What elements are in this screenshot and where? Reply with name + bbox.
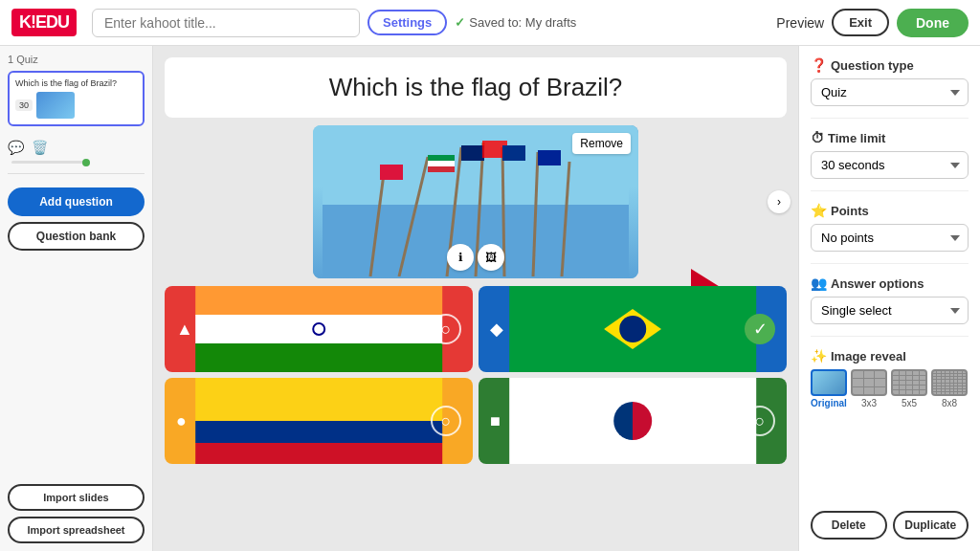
- header-right: Preview Exit Done: [776, 9, 969, 37]
- expand-button[interactable]: ›: [768, 190, 791, 213]
- ir-thumb-3x3: [851, 369, 887, 396]
- answer-cell-3[interactable]: ● ○: [165, 378, 473, 464]
- import-spreadsheet-button[interactable]: Import spreadsheet: [8, 517, 145, 543]
- right-panel: ❓ Question type Quiz ⏱ Time limit 30 sec…: [798, 46, 980, 551]
- ir-option-8x8[interactable]: 8x8: [931, 369, 968, 408]
- question-type-section: ❓ Question type Quiz: [811, 57, 969, 106]
- sidebar-slider[interactable]: [11, 161, 88, 164]
- image-icon-button[interactable]: 🖼: [478, 244, 504, 271]
- saved-text: Saved to: My drafts: [469, 15, 576, 30]
- answer-shape-square: ■: [490, 411, 501, 431]
- clock-icon: ⏱: [811, 130, 824, 145]
- svg-rect-13: [461, 145, 484, 161]
- time-limit-wrapper: 30 seconds: [811, 151, 969, 179]
- quiz-card[interactable]: Which is the flag of Brazil? 30: [8, 71, 145, 126]
- answer-options-title: 👥 Answer options: [811, 276, 969, 291]
- ir-thumb-5x5: [891, 369, 927, 396]
- remove-button[interactable]: Remove: [572, 133, 631, 154]
- content-area: Which is the flag of Brazil?: [153, 46, 798, 551]
- settings-button[interactable]: Settings: [368, 10, 447, 35]
- comment-icon[interactable]: 💬: [8, 140, 24, 155]
- quiz-card-title: Which is the flag of Brazil?: [15, 78, 137, 88]
- sidebar-bottom: Import slides Import spreadsheet: [8, 476, 145, 543]
- question-type-select[interactable]: Quiz: [811, 78, 969, 106]
- answers-grid: ▲ ○ ◆ ✓: [165, 286, 787, 464]
- sidebar-icons: 💬 🗑️: [8, 138, 145, 157]
- question-bank-button[interactable]: Question bank: [8, 222, 145, 251]
- question-type-title: ❓ Question type: [811, 57, 969, 73]
- divider-3: [811, 263, 969, 264]
- time-limit-select[interactable]: 30 seconds: [811, 151, 969, 179]
- points-title: ⭐ Points: [811, 203, 969, 218]
- answer-options-select[interactable]: Single select: [811, 297, 969, 324]
- done-button[interactable]: Done: [897, 9, 969, 37]
- main-layout: 1 Quiz Which is the flag of Brazil? 30 💬…: [0, 46, 980, 551]
- media-icon-bar: ℹ 🖼: [447, 244, 504, 271]
- question-type-icon: ❓: [811, 57, 827, 73]
- answer-shape-diamond: ◆: [490, 319, 503, 340]
- divider-4: [811, 336, 969, 337]
- answer-cell-2[interactable]: ◆ ✓: [479, 286, 787, 372]
- answer-options-label: Answer options: [831, 276, 924, 291]
- answer-check-1: ○: [431, 314, 461, 344]
- image-reveal-icon: ✨: [811, 348, 827, 364]
- svg-rect-15: [502, 145, 525, 161]
- exit-button[interactable]: Exit: [832, 9, 889, 36]
- info-icon-button[interactable]: ℹ: [447, 244, 474, 271]
- answer-shape-circle: ●: [176, 411, 187, 431]
- slider-dot: [82, 159, 90, 166]
- add-question-button[interactable]: Add question: [8, 187, 145, 216]
- points-section: ⭐ Points No points: [811, 203, 969, 252]
- points-select[interactable]: No points: [811, 224, 969, 252]
- header: K!EDU Settings ✓ Saved to: My drafts Pre…: [0, 0, 980, 46]
- answer-options-wrapper: Single select: [811, 297, 969, 324]
- divider-2: [811, 190, 969, 191]
- answer-check-2-correct: ✓: [745, 314, 775, 344]
- time-limit-label: Time limit: [828, 131, 885, 145]
- answer-check-3: ○: [431, 406, 461, 436]
- image-reveal-title: ✨ Image reveal: [811, 348, 969, 364]
- image-reveal-section: ✨ Image reveal Original 3x3: [811, 348, 969, 408]
- ir-label-8x8: 8x8: [942, 398, 957, 408]
- ir-thumb-8x8: [931, 369, 968, 396]
- points-label: Points: [831, 204, 869, 218]
- flag-colombia: [195, 378, 442, 464]
- star-icon: ⭐: [811, 203, 827, 218]
- answer-shape-triangle: ▲: [176, 320, 193, 340]
- answer-options-icon: 👥: [811, 276, 827, 291]
- saved-status: ✓ Saved to: My drafts: [455, 15, 576, 30]
- svg-rect-16: [380, 165, 403, 180]
- svg-rect-12: [428, 166, 455, 172]
- svg-rect-11: [428, 161, 455, 166]
- import-slides-button[interactable]: Import slides: [8, 484, 145, 511]
- check-icon: ✓: [455, 15, 465, 30]
- divider-1: [811, 118, 969, 119]
- delete-button[interactable]: Delete: [811, 511, 887, 540]
- answer-check-4: ○: [745, 406, 775, 436]
- flag-brazil: [509, 286, 756, 372]
- preview-button[interactable]: Preview: [776, 15, 824, 31]
- answer-cell-4[interactable]: ■ ○: [479, 378, 787, 464]
- flag-india: [195, 286, 442, 372]
- ir-label-3x3: 3x3: [861, 398, 877, 408]
- time-limit-section: ⏱ Time limit 30 seconds: [811, 130, 969, 179]
- question-title[interactable]: Which is the flag of Brazil?: [165, 57, 787, 118]
- ir-thumb-original: [811, 369, 847, 396]
- media-image: Remove ℹ 🖼: [313, 125, 638, 278]
- ir-option-original[interactable]: Original: [811, 369, 847, 408]
- title-input[interactable]: [92, 9, 360, 37]
- quiz-card-row: 30: [15, 92, 137, 119]
- ir-label-original: Original: [811, 398, 847, 408]
- svg-rect-17: [538, 150, 561, 165]
- ir-option-5x5[interactable]: 5x5: [891, 369, 927, 408]
- sidebar: 1 Quiz Which is the flag of Brazil? 30 💬…: [0, 46, 153, 551]
- logo: K!EDU: [11, 9, 77, 36]
- sidebar-quiz-label: 1 Quiz: [8, 54, 145, 65]
- ir-option-3x3[interactable]: 3x3: [851, 369, 887, 408]
- duplicate-button[interactable]: Duplicate: [893, 511, 969, 540]
- delete-icon[interactable]: 🗑️: [32, 140, 48, 155]
- image-reveal-label: Image reveal: [831, 349, 906, 364]
- answer-options-section: 👥 Answer options Single select: [811, 276, 969, 324]
- answer-cell-1[interactable]: ▲ ○: [165, 286, 473, 372]
- question-type-label: Question type: [831, 58, 914, 73]
